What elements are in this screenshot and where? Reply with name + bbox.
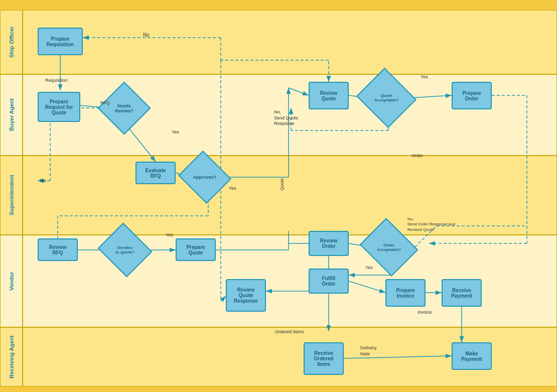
node-review-quote: Review Quote: [309, 82, 349, 109]
label-rfq: RFQ: [100, 100, 110, 105]
node-review-order: Review Order: [309, 231, 349, 256]
diamond-decides-to-quote: Decidesto Quote?: [104, 232, 146, 268]
node-make-payment: Make Payment: [452, 342, 492, 370]
node-receive-ordered-items: Receive Ordered Items: [304, 342, 344, 375]
lane-label-superintendent: Superintendent: [0, 156, 23, 235]
node-prepare-invoice: Prepare Invoice: [385, 279, 426, 307]
label-no-top: No: [143, 32, 150, 38]
diamond-order-acceptable: OrderAcceptable?: [366, 228, 411, 266]
label-yes-approves: Yes: [229, 186, 236, 191]
node-receive-payment: Receive Payment: [442, 279, 482, 307]
label-delivery-note: DeliveryNote: [360, 345, 377, 357]
node-review-rfq: Review RFQ: [38, 238, 78, 261]
node-evaluate-rfq: Evaluate RFQ: [135, 162, 176, 184]
lane-ship-officer: [23, 10, 557, 74]
label-yes-quote-acceptable: Yes: [421, 74, 428, 79]
lane-superintendent: [23, 156, 557, 235]
label-invoice: Invoice: [417, 310, 432, 315]
node-review-quote-response: Review Quote Response: [226, 279, 266, 312]
label-yes-needs-review: Yes: [172, 129, 179, 135]
diamond-quote-acceptable: QuoteAcceptable?: [364, 78, 409, 118]
node-prepare-rfq: Prepare Request for Quote: [38, 92, 80, 122]
diamond-needs-review: NeedsReview?: [105, 89, 143, 127]
label-yes-decides: Yes: [166, 232, 173, 237]
node-prepare-requisition: Prepare Requisition: [38, 28, 83, 55]
lane-label-vendor: Vendor: [0, 235, 23, 327]
node-fulfill-order: Fulfill Order: [309, 269, 349, 294]
label-no-send-quote: No,Send QuoteResponse: [274, 109, 298, 127]
lane-label-receiving-agent: Receiving Agent: [0, 327, 23, 386]
diagram-container: Ship Officer Buyer Agent Superintendent …: [0, 0, 557, 392]
node-prepare-quote: Prepare Quote: [176, 238, 216, 261]
label-order: Order: [411, 153, 423, 158]
label-quote-vertical: Quote: [280, 178, 285, 191]
lane-label-ship-officer: Ship Officer: [0, 10, 23, 74]
lane-label-buyer-agent: Buyer Agent: [0, 74, 23, 156]
label-ordered-items: Ordered Items: [275, 329, 304, 334]
label-no-order-acceptable: No,Send Order Response andRevised Quote: [407, 217, 455, 232]
label-requisition: Requisition: [45, 78, 68, 83]
label-no-approves: No: [40, 178, 46, 183]
node-prepare-order: Prepare Order: [452, 82, 492, 109]
label-yes-order-acceptable: Yes: [365, 265, 373, 270]
diamond-approves: Approves?: [185, 160, 225, 195]
